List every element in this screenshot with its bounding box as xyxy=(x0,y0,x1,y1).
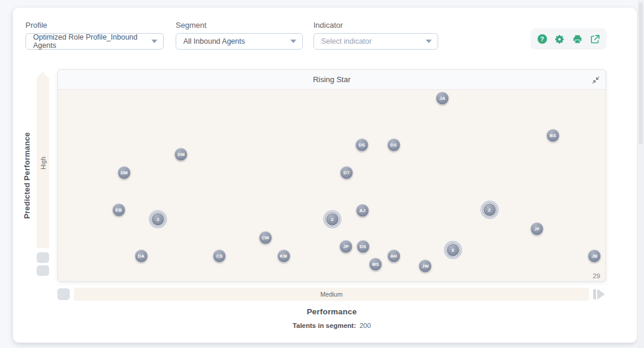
segment-select[interactable]: All Inbound Agents xyxy=(176,33,303,50)
profile-filter-label: Profile xyxy=(25,21,164,30)
x-axis-slider-track[interactable]: Medium xyxy=(74,288,589,301)
talent-bubble[interactable]: KM xyxy=(277,250,290,262)
segment-filter-label: Segment xyxy=(176,21,303,30)
cluster-bubble[interactable]: 3 xyxy=(446,244,459,256)
talents-value: 200 xyxy=(360,322,371,329)
talent-bubble[interactable]: DS xyxy=(357,240,369,253)
talent-bubble[interactable]: DT xyxy=(341,167,353,179)
export-button[interactable] xyxy=(589,33,601,45)
segment-select-value: All Inbound Agents xyxy=(183,37,245,45)
x-scroll-button-right[interactable] xyxy=(593,289,605,300)
talents-summary: Talents in segment:200 xyxy=(57,322,606,329)
indicator-select-placeholder: Select indicator xyxy=(321,37,371,45)
x-scroll-button-left[interactable] xyxy=(57,288,70,300)
segment-filter: Segment All Inbound Agents xyxy=(176,21,303,50)
talent-bubble[interactable]: CW xyxy=(259,232,271,244)
talent-bubble[interactable]: JP xyxy=(340,240,352,253)
talent-bubble[interactable]: JW xyxy=(419,260,432,272)
toolbar: ? xyxy=(530,28,607,50)
talent-bubble[interactable]: DS xyxy=(355,139,368,151)
profile-filter: Profile Optimized Role Profile_Inbound A… xyxy=(25,21,164,50)
talents-label: Talents in segment: xyxy=(293,322,356,329)
talent-bubble[interactable]: JB xyxy=(588,250,601,262)
gear-icon xyxy=(555,34,565,44)
talent-bubble[interactable]: JA xyxy=(436,92,449,104)
collapse-button[interactable] xyxy=(591,75,600,84)
y-scroll-button-bottom[interactable] xyxy=(37,265,49,276)
chevron-down-icon xyxy=(426,40,432,43)
indicator-select[interactable]: Select indicator xyxy=(313,33,438,50)
talent-bubble[interactable]: DA xyxy=(135,250,147,262)
indicator-filter: Indicator Select indicator xyxy=(313,21,438,50)
collapse-icon xyxy=(592,76,600,84)
talent-bubble[interactable]: BS xyxy=(547,129,559,141)
visible-count: 29 xyxy=(593,272,600,279)
talent-bubble[interactable]: DM xyxy=(175,148,187,161)
talent-bubble[interactable]: DM xyxy=(118,167,131,179)
help-button[interactable]: ? xyxy=(536,33,548,45)
cluster-bubble[interactable]: 2 xyxy=(152,213,164,225)
page-scrollbar[interactable] xyxy=(637,0,644,348)
cluster-bubble[interactable]: 2 xyxy=(483,203,496,216)
main-card: Profile Optimized Role Profile_Inbound A… xyxy=(13,8,637,343)
talent-bubble[interactable]: CS xyxy=(213,250,226,262)
page-scrollbar-thumb[interactable] xyxy=(639,2,643,144)
settings-button[interactable] xyxy=(554,33,566,45)
talent-bubble[interactable]: EB xyxy=(112,203,125,216)
talent-bubble[interactable]: AH xyxy=(387,250,400,262)
talent-bubble[interactable]: MS xyxy=(370,258,382,271)
y-axis-slider-track[interactable]: High xyxy=(37,78,49,248)
export-icon xyxy=(590,34,600,44)
chart-header: Rising Star xyxy=(58,70,606,90)
profile-select[interactable]: Optimized Role Profile_Inbound Agents xyxy=(25,33,164,50)
chart-quadrant-title: Rising Star xyxy=(313,75,351,84)
chevron-down-icon xyxy=(290,40,296,43)
printer-icon xyxy=(572,34,582,44)
talent-bubble[interactable]: AJ xyxy=(356,204,368,216)
arrow-right-bar xyxy=(593,289,596,300)
talent-bubble[interactable]: DS xyxy=(387,139,400,151)
y-scroll-button-top[interactable] xyxy=(37,252,49,263)
arrow-right-icon xyxy=(597,289,605,300)
y-zone-label: High xyxy=(40,157,47,170)
profile-select-value: Optimized Role Profile_Inbound Agents xyxy=(33,33,147,50)
print-button[interactable] xyxy=(571,33,583,45)
x-zone-label: Medium xyxy=(321,291,342,298)
chart-card: Rising Star 29 JABSDSDSDMDMDTEBAJ222JFCW… xyxy=(57,69,606,282)
page: { "filters": { "profile": { "label": "Pr… xyxy=(0,0,644,348)
talent-bubble[interactable]: JF xyxy=(531,222,543,235)
plot-area: 29 JABSDSDSDMDMDTEBAJ222JFCWJPDSDACSKMAH… xyxy=(58,90,606,281)
x-axis-title: Performance xyxy=(57,307,606,316)
help-icon: ? xyxy=(538,34,547,44)
cluster-bubble[interactable]: 2 xyxy=(326,213,338,225)
chevron-down-icon xyxy=(151,40,157,43)
indicator-filter-label: Indicator xyxy=(313,21,438,30)
arrow-up-icon xyxy=(37,71,48,78)
y-axis-title: Predicted Performance xyxy=(22,132,31,219)
